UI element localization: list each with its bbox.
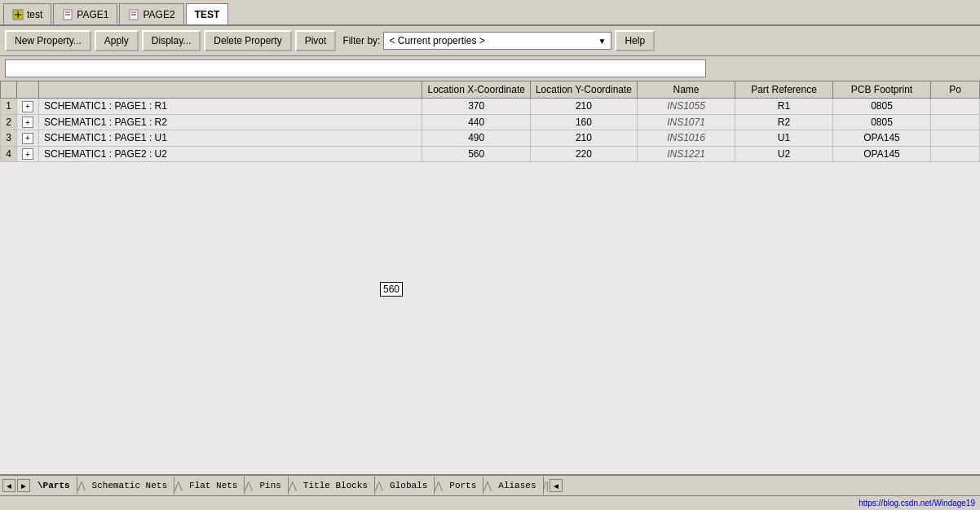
schematic-icon xyxy=(12,9,24,20)
cell-po xyxy=(931,99,980,115)
cell-po xyxy=(931,114,980,130)
data-table: Location X-Coordinate Location Y-Coordin… xyxy=(0,81,980,162)
cell-loc-y: 160 xyxy=(530,114,637,130)
cell-loc-y: 220 xyxy=(530,146,637,162)
bottom-tab-flat-nets[interactable]: Flat Nets xyxy=(183,477,245,495)
filter-label: Filter by: xyxy=(342,35,380,46)
tab-test2[interactable]: TEST xyxy=(186,3,229,24)
cell-part-reference: R1 xyxy=(735,99,833,115)
toolbar: New Property... Apply Display... Delete … xyxy=(0,26,980,56)
cell-row-num: 2 xyxy=(1,114,17,130)
tab-test2-label: TEST xyxy=(195,9,220,20)
bottom-tab-bar: ◄ ► \Parts ⋀ Schematic Nets ⋀ Flat Nets … xyxy=(0,474,980,495)
tab-page2[interactable]: PAGE2 xyxy=(119,3,183,24)
table-header-row: Location X-Coordinate Location Y-Coordin… xyxy=(1,81,980,99)
bottom-tab-title-blocks[interactable]: Title Blocks xyxy=(297,477,375,495)
col-header-expand xyxy=(17,81,39,99)
bottom-nav-next[interactable]: ► xyxy=(17,479,30,492)
apply-button[interactable]: Apply xyxy=(95,30,139,51)
tab-page1-label: PAGE1 xyxy=(77,9,108,20)
col-header-name[interactable]: Name xyxy=(638,81,735,99)
chevron-down-icon: ▼ xyxy=(598,37,606,46)
tab-page2-label: PAGE2 xyxy=(143,9,174,20)
cell-row-num: 1 xyxy=(1,99,17,115)
status-bar: https://blog.csdn.net/Windage19 xyxy=(0,495,980,510)
cell-loc-x: 490 xyxy=(422,130,530,147)
bottom-tab-schematic-nets[interactable]: Schematic Nets xyxy=(86,477,174,495)
cell-component: SCHEMATIC1 : PAGE1 : U1 xyxy=(39,130,422,147)
cell-pcb-footprint: OPA145 xyxy=(833,146,931,162)
delete-property-button[interactable]: Delete Property xyxy=(204,30,291,51)
filter-dropdown[interactable]: < Current properties > ▼ xyxy=(383,32,611,50)
cell-loc-x: 560 xyxy=(422,146,530,162)
expand-icon[interactable]: + xyxy=(22,117,33,128)
tab-bar: test PAGE1 PAGE2 TEST xyxy=(0,0,980,26)
cell-loc-x: 370 xyxy=(422,99,530,115)
cell-name: INS1221 xyxy=(638,146,735,162)
bottom-tab-pins[interactable]: Pins xyxy=(253,477,288,495)
cell-component: SCHEMATIC1 : PAGE2 : U2 xyxy=(39,146,422,162)
col-header-po[interactable]: Po xyxy=(931,81,980,99)
cell-part-reference: U1 xyxy=(735,130,833,147)
col-header-loc-x[interactable]: Location X-Coordinate xyxy=(422,81,530,99)
col-header-loc-y[interactable]: Location Y-Coordinate xyxy=(530,81,637,99)
table-wrapper: Location X-Coordinate Location Y-Coordin… xyxy=(0,81,980,474)
expand-icon[interactable]: + xyxy=(22,133,33,144)
bottom-tab-scroll-right[interactable]: ◄ xyxy=(550,479,563,492)
bottom-tab-parts[interactable]: \Parts xyxy=(31,477,77,495)
cell-part-reference: U2 xyxy=(735,146,833,162)
tab-test-label: test xyxy=(27,9,42,20)
tab-page1[interactable]: PAGE1 xyxy=(53,3,117,24)
cell-expand[interactable]: + xyxy=(17,130,39,147)
bottom-tab-globals[interactable]: Globals xyxy=(383,477,435,495)
cell-expand[interactable]: + xyxy=(17,99,39,115)
search-bar xyxy=(0,56,980,81)
table-row: 1+SCHEMATIC1 : PAGE1 : R1370210INS1055R1… xyxy=(1,99,980,115)
cell-component: SCHEMATIC1 : PAGE1 : R1 xyxy=(39,99,422,115)
bottom-tab-ports[interactable]: Ports xyxy=(443,477,483,495)
cell-row-num: 3 xyxy=(1,130,17,147)
cell-pcb-footprint: OPA145 xyxy=(833,130,931,147)
col-header-pcb[interactable]: PCB Footprint xyxy=(833,81,931,99)
bottom-nav-prev[interactable]: ◄ xyxy=(2,479,15,492)
cell-loc-y: 210 xyxy=(530,99,637,115)
cell-po xyxy=(931,146,980,162)
expand-icon[interactable]: + xyxy=(22,101,33,112)
cell-expand[interactable]: + xyxy=(17,114,39,130)
display-button[interactable]: Display... xyxy=(142,30,201,51)
cell-pcb-footprint: 0805 xyxy=(833,114,931,130)
coord-tooltip: 560 xyxy=(380,282,403,297)
cell-name: INS1071 xyxy=(638,114,735,130)
col-header-partref[interactable]: Part Reference xyxy=(735,81,833,99)
cell-pcb-footprint: 0805 xyxy=(833,99,931,115)
cell-expand[interactable]: + xyxy=(17,146,39,162)
cell-loc-y: 210 xyxy=(530,130,637,147)
cell-row-num: 4 xyxy=(1,146,17,162)
col-header-rownum xyxy=(1,81,17,99)
search-input[interactable] xyxy=(5,59,706,77)
main-content: Location X-Coordinate Location Y-Coordin… xyxy=(0,81,980,474)
cell-part-reference: R2 xyxy=(735,114,833,130)
cell-loc-x: 440 xyxy=(422,114,530,130)
cell-component: SCHEMATIC1 : PAGE1 : R2 xyxy=(39,114,422,130)
page2-icon xyxy=(128,9,139,20)
page1-icon xyxy=(62,9,73,20)
tab-test[interactable]: test xyxy=(3,3,51,24)
filter-dropdown-value: < Current properties > xyxy=(389,35,594,46)
pivot-button[interactable]: Pivot xyxy=(295,30,337,51)
table-row: 3+SCHEMATIC1 : PAGE1 : U1490210INS1016U1… xyxy=(1,130,980,147)
new-property-button[interactable]: New Property... xyxy=(5,30,91,51)
help-button[interactable]: Help xyxy=(615,30,655,51)
table-row: 2+SCHEMATIC1 : PAGE1 : R2440160INS1071R2… xyxy=(1,114,980,130)
expand-icon[interactable]: + xyxy=(22,148,33,160)
cell-po xyxy=(931,130,980,147)
table-row: 4+SCHEMATIC1 : PAGE2 : U2560220INS1221U2… xyxy=(1,146,980,162)
col-header-component[interactable] xyxy=(39,81,422,99)
status-url: https://blog.csdn.net/Windage19 xyxy=(859,499,975,508)
cell-name: INS1016 xyxy=(638,130,735,147)
bottom-tab-aliases[interactable]: Aliases xyxy=(492,477,543,495)
cell-name: INS1055 xyxy=(638,99,735,115)
